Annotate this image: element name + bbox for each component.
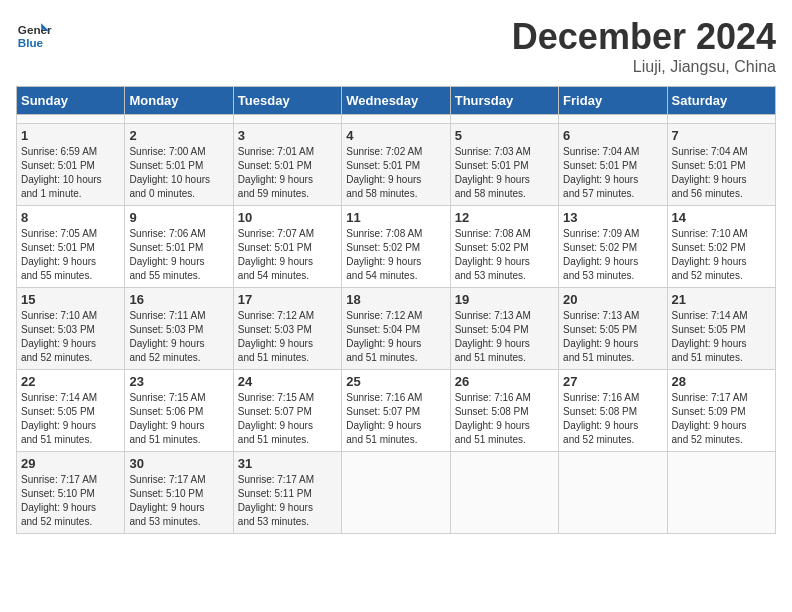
day-info: Sunrise: 7:10 AM Sunset: 5:03 PM Dayligh… [21, 309, 120, 365]
calendar-cell: 31Sunrise: 7:17 AM Sunset: 5:11 PM Dayli… [233, 452, 341, 534]
week-row-1 [17, 115, 776, 124]
day-info: Sunrise: 7:03 AM Sunset: 5:01 PM Dayligh… [455, 145, 554, 201]
calendar-cell: 25Sunrise: 7:16 AM Sunset: 5:07 PM Dayli… [342, 370, 450, 452]
day-info: Sunrise: 7:13 AM Sunset: 5:04 PM Dayligh… [455, 309, 554, 365]
col-header-saturday: Saturday [667, 87, 775, 115]
day-info: Sunrise: 6:59 AM Sunset: 5:01 PM Dayligh… [21, 145, 120, 201]
calendar-body: 1Sunrise: 6:59 AM Sunset: 5:01 PM Daylig… [17, 115, 776, 534]
day-number: 27 [563, 374, 662, 389]
week-row-5: 22Sunrise: 7:14 AM Sunset: 5:05 PM Dayli… [17, 370, 776, 452]
calendar-cell: 22Sunrise: 7:14 AM Sunset: 5:05 PM Dayli… [17, 370, 125, 452]
calendar-cell: 1Sunrise: 6:59 AM Sunset: 5:01 PM Daylig… [17, 124, 125, 206]
calendar-cell: 13Sunrise: 7:09 AM Sunset: 5:02 PM Dayli… [559, 206, 667, 288]
calendar-cell: 17Sunrise: 7:12 AM Sunset: 5:03 PM Dayli… [233, 288, 341, 370]
calendar-cell [559, 452, 667, 534]
calendar-cell: 10Sunrise: 7:07 AM Sunset: 5:01 PM Dayli… [233, 206, 341, 288]
calendar-cell: 12Sunrise: 7:08 AM Sunset: 5:02 PM Dayli… [450, 206, 558, 288]
calendar-cell: 23Sunrise: 7:15 AM Sunset: 5:06 PM Dayli… [125, 370, 233, 452]
day-number: 2 [129, 128, 228, 143]
calendar-cell: 19Sunrise: 7:13 AM Sunset: 5:04 PM Dayli… [450, 288, 558, 370]
day-info: Sunrise: 7:12 AM Sunset: 5:03 PM Dayligh… [238, 309, 337, 365]
day-number: 31 [238, 456, 337, 471]
day-number: 3 [238, 128, 337, 143]
day-number: 4 [346, 128, 445, 143]
location: Liuji, Jiangsu, China [512, 58, 776, 76]
day-number: 20 [563, 292, 662, 307]
day-info: Sunrise: 7:12 AM Sunset: 5:04 PM Dayligh… [346, 309, 445, 365]
calendar-cell [667, 452, 775, 534]
day-number: 28 [672, 374, 771, 389]
week-row-4: 15Sunrise: 7:10 AM Sunset: 5:03 PM Dayli… [17, 288, 776, 370]
day-info: Sunrise: 7:08 AM Sunset: 5:02 PM Dayligh… [346, 227, 445, 283]
day-number: 18 [346, 292, 445, 307]
day-number: 24 [238, 374, 337, 389]
day-number: 17 [238, 292, 337, 307]
day-info: Sunrise: 7:06 AM Sunset: 5:01 PM Dayligh… [129, 227, 228, 283]
day-info: Sunrise: 7:09 AM Sunset: 5:02 PM Dayligh… [563, 227, 662, 283]
calendar-cell [667, 115, 775, 124]
day-info: Sunrise: 7:17 AM Sunset: 5:11 PM Dayligh… [238, 473, 337, 529]
day-info: Sunrise: 7:14 AM Sunset: 5:05 PM Dayligh… [672, 309, 771, 365]
day-number: 15 [21, 292, 120, 307]
calendar-cell: 20Sunrise: 7:13 AM Sunset: 5:05 PM Dayli… [559, 288, 667, 370]
day-info: Sunrise: 7:00 AM Sunset: 5:01 PM Dayligh… [129, 145, 228, 201]
day-info: Sunrise: 7:17 AM Sunset: 5:10 PM Dayligh… [21, 473, 120, 529]
day-info: Sunrise: 7:10 AM Sunset: 5:02 PM Dayligh… [672, 227, 771, 283]
col-header-thursday: Thursday [450, 87, 558, 115]
calendar-cell: 2Sunrise: 7:00 AM Sunset: 5:01 PM Daylig… [125, 124, 233, 206]
calendar-cell: 5Sunrise: 7:03 AM Sunset: 5:01 PM Daylig… [450, 124, 558, 206]
day-number: 26 [455, 374, 554, 389]
day-number: 9 [129, 210, 228, 225]
calendar-cell [342, 115, 450, 124]
day-number: 16 [129, 292, 228, 307]
day-info: Sunrise: 7:16 AM Sunset: 5:08 PM Dayligh… [563, 391, 662, 447]
day-info: Sunrise: 7:11 AM Sunset: 5:03 PM Dayligh… [129, 309, 228, 365]
calendar-cell: 28Sunrise: 7:17 AM Sunset: 5:09 PM Dayli… [667, 370, 775, 452]
logo: General Blue [16, 16, 56, 52]
day-info: Sunrise: 7:05 AM Sunset: 5:01 PM Dayligh… [21, 227, 120, 283]
calendar-cell [450, 115, 558, 124]
day-info: Sunrise: 7:14 AM Sunset: 5:05 PM Dayligh… [21, 391, 120, 447]
title-block: December 2024 Liuji, Jiangsu, China [512, 16, 776, 76]
day-number: 12 [455, 210, 554, 225]
col-header-wednesday: Wednesday [342, 87, 450, 115]
day-info: Sunrise: 7:08 AM Sunset: 5:02 PM Dayligh… [455, 227, 554, 283]
day-number: 14 [672, 210, 771, 225]
day-number: 10 [238, 210, 337, 225]
day-number: 13 [563, 210, 662, 225]
calendar-cell: 4Sunrise: 7:02 AM Sunset: 5:01 PM Daylig… [342, 124, 450, 206]
day-number: 7 [672, 128, 771, 143]
calendar-cell: 18Sunrise: 7:12 AM Sunset: 5:04 PM Dayli… [342, 288, 450, 370]
calendar-cell: 14Sunrise: 7:10 AM Sunset: 5:02 PM Dayli… [667, 206, 775, 288]
logo-icon: General Blue [16, 16, 52, 52]
calendar-header-row: SundayMondayTuesdayWednesdayThursdayFrid… [17, 87, 776, 115]
week-row-2: 1Sunrise: 6:59 AM Sunset: 5:01 PM Daylig… [17, 124, 776, 206]
day-info: Sunrise: 7:16 AM Sunset: 5:08 PM Dayligh… [455, 391, 554, 447]
calendar-cell: 16Sunrise: 7:11 AM Sunset: 5:03 PM Dayli… [125, 288, 233, 370]
day-info: Sunrise: 7:13 AM Sunset: 5:05 PM Dayligh… [563, 309, 662, 365]
calendar-cell: 21Sunrise: 7:14 AM Sunset: 5:05 PM Dayli… [667, 288, 775, 370]
week-row-3: 8Sunrise: 7:05 AM Sunset: 5:01 PM Daylig… [17, 206, 776, 288]
day-number: 19 [455, 292, 554, 307]
day-number: 8 [21, 210, 120, 225]
day-info: Sunrise: 7:07 AM Sunset: 5:01 PM Dayligh… [238, 227, 337, 283]
day-number: 21 [672, 292, 771, 307]
day-number: 25 [346, 374, 445, 389]
week-row-6: 29Sunrise: 7:17 AM Sunset: 5:10 PM Dayli… [17, 452, 776, 534]
day-number: 1 [21, 128, 120, 143]
col-header-tuesday: Tuesday [233, 87, 341, 115]
day-info: Sunrise: 7:15 AM Sunset: 5:07 PM Dayligh… [238, 391, 337, 447]
calendar-cell [17, 115, 125, 124]
calendar-cell [559, 115, 667, 124]
calendar-table: SundayMondayTuesdayWednesdayThursdayFrid… [16, 86, 776, 534]
svg-text:Blue: Blue [18, 36, 44, 49]
day-number: 6 [563, 128, 662, 143]
day-info: Sunrise: 7:01 AM Sunset: 5:01 PM Dayligh… [238, 145, 337, 201]
calendar-cell [125, 115, 233, 124]
day-number: 5 [455, 128, 554, 143]
day-info: Sunrise: 7:17 AM Sunset: 5:09 PM Dayligh… [672, 391, 771, 447]
col-header-friday: Friday [559, 87, 667, 115]
calendar-cell: 29Sunrise: 7:17 AM Sunset: 5:10 PM Dayli… [17, 452, 125, 534]
calendar-cell: 30Sunrise: 7:17 AM Sunset: 5:10 PM Dayli… [125, 452, 233, 534]
day-number: 11 [346, 210, 445, 225]
